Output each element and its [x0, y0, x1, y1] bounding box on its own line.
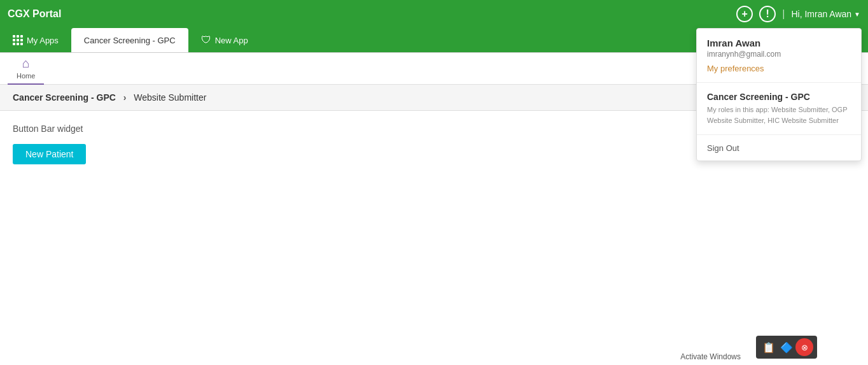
- tab-my-apps-label: My Apps: [27, 36, 59, 45]
- tab-cancer-screening-label: Cancer Screening - GPC: [84, 36, 176, 45]
- alert-icon[interactable]: !: [759, 6, 776, 22]
- my-preferences-link[interactable]: My preferences: [707, 64, 851, 73]
- header-logo: CGX Portal: [8, 8, 61, 20]
- home-label: Home: [17, 72, 35, 80]
- header-left: CGX Portal: [8, 8, 61, 20]
- tab-cancer-screening[interactable]: Cancer Screening - GPC: [71, 28, 188, 52]
- system-tray: 📋 🔷 ⊗: [756, 336, 817, 359]
- dropdown-user-name: Imran Awan: [707, 38, 851, 48]
- tab-new-app-label: New App: [215, 36, 248, 45]
- tab-new-app[interactable]: 🛡 New App: [188, 28, 261, 52]
- breadcrumb-app: Cancer Screening - GPC: [13, 92, 116, 103]
- tab-my-apps[interactable]: My Apps: [0, 28, 71, 52]
- header: CGX Portal + ! | Hi, Imran Awan ▼: [0, 0, 868, 28]
- tray-icon-bluetooth[interactable]: 🔷: [778, 338, 795, 356]
- dropdown-user-email: imranynh@gmail.com: [707, 50, 851, 59]
- home-icon: ⌂: [22, 56, 30, 71]
- separator: |: [782, 8, 785, 20]
- new-patient-button[interactable]: New Patient: [13, 144, 86, 164]
- dropdown-app-section: Cancer Screening - GPC My roles in this …: [697, 83, 861, 135]
- dropdown-app-name: Cancer Screening - GPC: [707, 92, 851, 102]
- user-dropdown-menu: Imran Awan imranynh@gmail.com My prefere…: [696, 28, 862, 161]
- header-right: + ! | Hi, Imran Awan ▼: [736, 6, 860, 22]
- dropdown-user-section: Imran Awan imranynh@gmail.com My prefere…: [697, 29, 861, 83]
- add-icon[interactable]: +: [736, 6, 753, 22]
- breadcrumb-separator: ›: [123, 92, 127, 103]
- grid-icon: [13, 35, 23, 45]
- dropdown-app-roles: My roles in this app: Website Submitter,…: [707, 104, 851, 125]
- user-menu-trigger[interactable]: Hi, Imran Awan ▼: [791, 9, 860, 19]
- dropdown-app-roles-label: My roles in this app:: [707, 106, 769, 113]
- home-nav-item[interactable]: ⌂ Home: [8, 52, 44, 85]
- activate-windows-text: Activate Windows: [680, 352, 741, 361]
- shield-icon: 🛡: [201, 34, 211, 46]
- breadcrumb-page: Website Submitter: [134, 92, 206, 103]
- sign-out-link[interactable]: Sign Out: [707, 143, 739, 153]
- tray-icon-clipboard[interactable]: 📋: [760, 338, 778, 356]
- dropdown-signout-section: Sign Out: [697, 135, 861, 161]
- user-greeting: Hi, Imran Awan: [791, 9, 851, 19]
- user-dropdown-arrow: ▼: [854, 11, 860, 18]
- tray-icon-alert[interactable]: ⊗: [795, 338, 813, 356]
